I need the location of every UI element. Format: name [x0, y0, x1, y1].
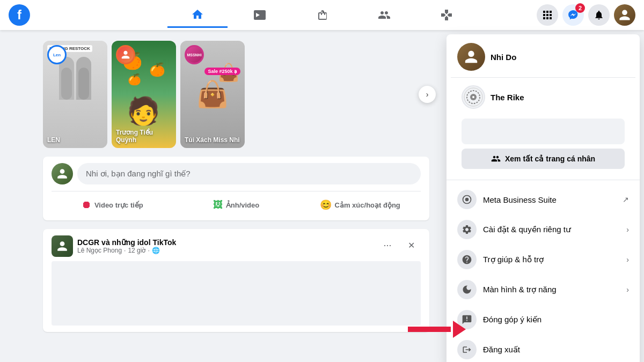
panel-empty-box	[462, 119, 625, 144]
nav-gaming[interactable]	[416, 2, 477, 28]
panel-menu-item-5-left: Đăng xuất	[457, 340, 520, 359]
center-feed: SELLING RESTOCK Len LEN 🧑 🍊 🍊 🍊 Trương T…	[32, 30, 429, 362]
post-page-avatar[interactable]	[52, 235, 73, 257]
svg-point-3	[472, 96, 474, 98]
external-link-icon: ↗	[623, 195, 629, 204]
globe-icon: 🌐	[152, 247, 160, 254]
nav-right-actions: 2	[528, 4, 635, 26]
feeling-activity-button[interactable]: 😊 Cảm xúc/hoạt động	[299, 196, 421, 214]
post-page-name[interactable]: DCGR và những idol TikTok	[77, 238, 176, 247]
panel-menu-label-2: Trợ giúp & hỗ trợ	[483, 255, 544, 264]
panel-menu-icon-0	[457, 190, 477, 209]
emoji-icon: 😊	[320, 199, 332, 211]
post-more-button[interactable]: ···	[378, 235, 397, 255]
post-header-left: DCGR và những idol TikTok Lê Ngọc Phong …	[52, 235, 176, 257]
nav-home[interactable]	[167, 2, 228, 28]
notifications-button[interactable]	[588, 4, 610, 26]
chevron-icon-2: ›	[626, 255, 629, 264]
user-avatar-nav[interactable]	[614, 4, 635, 26]
panel-rike-item[interactable]: The Rike	[451, 80, 635, 114]
grid-menu-button[interactable]	[537, 4, 558, 26]
panel-menu-label-4: Đóng góp ý kiến	[483, 315, 541, 324]
facebook-logo[interactable]: f	[9, 4, 30, 26]
arrow-indicator	[408, 321, 466, 338]
post-card: DCGR và những idol TikTok Lê Ngọc Phong …	[43, 229, 429, 332]
story-truong[interactable]: 🧑 🍊 🍊 🍊 Trương Tiểu Quỳnh	[112, 41, 176, 148]
panel-menu-icon-5	[457, 340, 477, 359]
post-close-button[interactable]: ✕	[401, 235, 421, 255]
svg-point-5	[465, 198, 469, 202]
story-label-len: LEN	[47, 136, 103, 144]
panel-menu-item-1[interactable]: Cài đặt & quyền riêng tư ›	[451, 215, 635, 245]
story-sale-badge: Sale #250k ạ	[204, 68, 240, 75]
stories-row: SELLING RESTOCK Len LEN 🧑 🍊 🍊 🍊 Trương T…	[43, 41, 429, 148]
chevron-icon-1: ›	[626, 225, 629, 234]
panel-menu-item-4[interactable]: Đóng góp ý kiến	[451, 305, 635, 335]
live-video-button[interactable]: ⏺ Video trực tiếp	[52, 196, 173, 214]
composer-top: Nhi ơi, bạn đang nghĩ gì thế?	[52, 163, 421, 184]
post-composer: Nhi ơi, bạn đang nghĩ gì thế? ⏺ Video tr…	[43, 157, 429, 220]
nav-groups[interactable]	[354, 2, 414, 28]
live-video-icon: ⏺	[82, 200, 91, 211]
nav-video[interactable]	[230, 2, 290, 28]
panel-menu-item-2[interactable]: Trợ giúp & hỗ trợ ›	[451, 245, 635, 275]
panel-divider-1	[451, 77, 635, 78]
messenger-badge: 2	[575, 3, 585, 13]
panel-menu-item-4-left: Đóng góp ý kiến	[457, 310, 541, 329]
story-avatar-len: Len	[47, 45, 67, 64]
composer-avatar	[52, 163, 73, 184]
panel-rike-avatar	[462, 85, 485, 109]
panel-menu-item-3[interactable]: Màn hình & trợ năng ›	[451, 275, 635, 305]
left-sidebar	[0, 30, 32, 362]
panel-rike-name: The Rike	[491, 93, 524, 102]
panel-menu-item-0-left: Meta Business Suite	[457, 190, 557, 209]
story-len[interactable]: SELLING RESTOCK Len LEN	[43, 41, 107, 148]
panel-menu-label-0: Meta Business Suite	[483, 195, 557, 204]
panel-menu-item-3-left: Màn hình & trợ năng	[457, 280, 557, 299]
story-label-truong: Trương Tiểu Quỳnh	[116, 129, 172, 144]
panel-user-profile-item[interactable]: Nhi Do	[451, 39, 635, 75]
story-label-missnhi: Túi Xách Miss Nhi	[185, 136, 240, 144]
story-avatar-missnhi: MSSNHI	[185, 45, 204, 64]
photo-video-button[interactable]: 🖼 Ảnh/video	[175, 196, 297, 214]
messenger-button[interactable]: 2	[562, 4, 584, 26]
nav-marketplace[interactable]	[292, 2, 352, 28]
panel-user-name: Nhi Do	[491, 53, 516, 62]
panel-menu-label-3: Màn hình & trợ năng	[483, 285, 557, 294]
nav-logo-area: f	[9, 4, 116, 26]
panel-menu-section: Meta Business Suite ↗ Cài đặt & quyền ri…	[447, 182, 640, 362]
panel-menu-icon-1	[457, 220, 477, 239]
panel-view-all-label: Xem tất cả trang cá nhân	[505, 154, 595, 163]
panel-menu-icon-2	[457, 250, 477, 269]
panel-menu-label-5: Đăng xuất	[483, 345, 520, 354]
post-content-area	[52, 261, 421, 326]
story-missnhi[interactable]: 👜 👜 MSSNHI Sale #250k ạ Túi Xách Miss Nh…	[180, 41, 245, 148]
post-header-right: ··· ✕	[378, 235, 421, 255]
arrow-head	[453, 321, 466, 338]
post-info: DCGR và những idol TikTok Lê Ngọc Phong …	[77, 238, 176, 254]
nav-center-icons	[116, 2, 528, 28]
panel-menu-icon-3	[457, 280, 477, 299]
chevron-icon-3: ›	[626, 285, 629, 294]
panel-menu-item-2-left: Trợ giúp & hỗ trợ	[457, 250, 544, 269]
panel-menu-item-1-left: Cài đặt & quyền riêng tư	[457, 220, 571, 239]
story-avatar-truong	[116, 45, 135, 64]
stories-next-button[interactable]: ›	[419, 86, 436, 103]
panel-view-all-button[interactable]: Xem tất cả trang cá nhân	[462, 149, 625, 169]
photo-icon: 🖼	[213, 200, 223, 211]
arrow-body	[408, 327, 451, 332]
panel-user-avatar	[457, 43, 485, 71]
top-navigation: f 2	[0, 0, 644, 30]
panel-menu-label-1: Cài đặt & quyền riêng tư	[483, 225, 571, 234]
right-dropdown-panel: Nhi Do The Rike Xem tất cả trang cá nhân	[447, 34, 640, 362]
post-input[interactable]: Nhi ơi, bạn đang nghĩ gì thế?	[77, 163, 421, 184]
composer-actions: ⏺ Video trực tiếp 🖼 Ảnh/video 😊 Cảm xúc/…	[52, 191, 421, 214]
panel-menu-item-5[interactable]: Đăng xuất	[451, 335, 635, 362]
panel-divider-2	[447, 180, 640, 180]
panel-profile-section: Nhi Do The Rike Xem tất cả trang cá nhân	[447, 34, 640, 178]
post-meta: Lê Ngọc Phong · 12 giờ · 🌐	[77, 247, 176, 254]
post-header: DCGR và những idol TikTok Lê Ngọc Phong …	[52, 235, 421, 257]
panel-menu-item-0[interactable]: Meta Business Suite ↗	[451, 184, 635, 215]
